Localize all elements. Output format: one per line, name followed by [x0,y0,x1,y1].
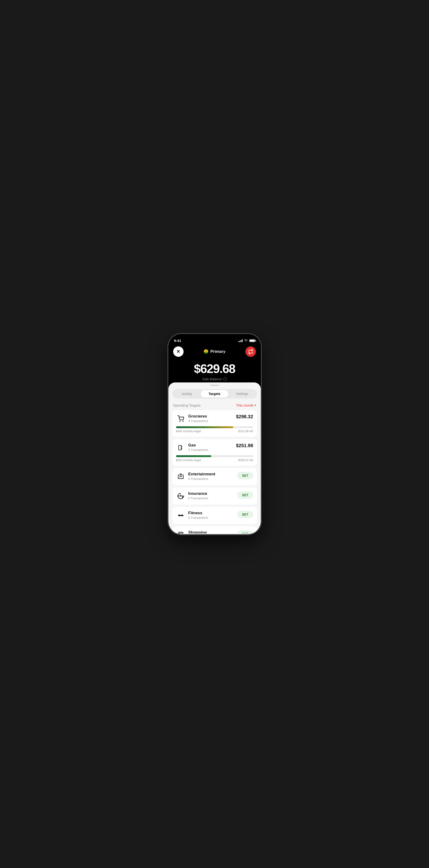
target-transactions-groceries: 4 Transactions [188,419,233,423]
tab-activity[interactable]: Activity [173,390,201,398]
section-header: Spending Targets This month ▾ [168,402,261,410]
target-name-gas: Gas [188,443,233,447]
monthly-target-gas: $550 monthly target [176,459,201,462]
set-button-fitness[interactable]: SET [237,511,253,518]
info-icon[interactable]: i [223,377,227,381]
progress-groceries: $400 monthly target $101.68 left [176,426,253,433]
bottom-sheet: Activity Targets Settings Spending Targe… [168,382,261,534]
svg-point-1 [183,421,183,421]
battery-icon [249,339,255,342]
header-top: ✕ 🤑 Primary [173,346,256,357]
period-selector[interactable]: This month ▾ [236,403,256,407]
tab-targets[interactable]: Targets [201,390,228,398]
progress-fill-groceries [176,426,234,428]
target-row: Grocieres 4 Transactions $298.32 [176,414,253,424]
target-item-fitness: Fitness 0 Transactions SET [172,507,257,524]
target-row: Insurance 0 Transactions SET [176,491,253,501]
targets-list: Grocieres 4 Transactions $298.32 $400 mo… [168,410,261,533]
target-row: Gas 3 Transactions $251.98 [176,443,253,453]
progress-fill-gas [176,455,211,457]
target-transactions-fitness: 0 Transactions [188,516,234,520]
target-row: Fitness 0 Transactions SET [176,511,253,520]
target-item-entertainment: Entertainment 0 Transactions SET [172,468,257,485]
set-button-entertainment[interactable]: SET [237,472,253,479]
svg-point-0 [179,421,180,421]
transfer-button[interactable] [245,346,256,357]
target-info-gas: Gas 3 Transactions [188,443,233,452]
section-title: Spending Targets [173,403,201,407]
account-name: Primary [210,349,225,354]
target-name-entertainment: Entertainment [188,472,234,476]
account-emoji: 🤑 [203,349,208,354]
target-transactions-insurance: 0 Transactions [188,496,234,500]
notch [199,334,230,342]
target-transactions-entertainment: 0 Transactions [188,477,234,480]
target-amount-gas: $251.98 [236,443,253,448]
target-item-gas: Gas 3 Transactions $251.98 $550 monthly … [172,439,257,466]
sheet-handle [210,385,219,386]
close-button[interactable]: ✕ [173,346,184,357]
target-info-fitness: Fitness 0 Transactions [188,511,234,520]
target-item-groceries: Grocieres 4 Transactions $298.32 $400 mo… [172,410,257,437]
set-button-shopping[interactable]: SET [237,530,253,533]
chevron-down-icon: ▾ [255,404,256,407]
target-info-groceries: Grocieres 4 Transactions [188,414,233,423]
target-amount-groceries: $298.32 [236,414,253,420]
target-name-insurance: Insurance [188,491,234,496]
target-row: Shopping 0 Transactions SET [176,530,253,533]
phone-frame: 9:41 ✕ [168,334,261,534]
safe-balance-label: Safe Balance i [173,377,256,381]
balance-amount: $629.68 [173,362,256,376]
target-name-fitness: Fitness [188,511,234,516]
set-button-insurance[interactable]: SET [237,491,253,499]
target-item-shopping: Shopping 0 Transactions SET [172,526,257,533]
fitness-icon [176,511,186,520]
tab-bar: Activity Targets Settings [172,389,257,399]
cart-icon [176,414,186,424]
status-time: 9:41 [174,339,181,343]
svg-rect-4 [179,515,182,516]
target-info-insurance: Insurance 0 Transactions [188,491,234,500]
target-info-entertainment: Entertainment 0 Transactions [188,472,234,480]
remaining-gas: $298.02 left [238,459,253,462]
app-content: ✕ 🤑 Primary $629.68 Safe Balance [168,334,261,534]
target-name-groceries: Grocieres [188,414,233,419]
target-transactions-gas: 3 Transactions [188,448,233,452]
remaining-groceries: $101.68 left [238,430,253,433]
status-icons [238,339,255,343]
shopping-icon [176,530,186,533]
target-item-insurance: Insurance 0 Transactions SET [172,488,257,504]
signal-icon [238,339,242,342]
period-label: This month [236,403,254,407]
account-title: 🤑 Primary [203,349,225,354]
tab-settings[interactable]: Settings [228,390,256,398]
target-name-shopping: Shopping [188,530,234,533]
gas-icon [176,443,186,453]
progress-gas: $550 monthly target $298.02 left [176,455,253,462]
monthly-target-groceries: $400 monthly target [176,430,201,433]
wifi-icon [244,339,248,343]
target-info-shopping: Shopping 0 Transactions [188,530,234,533]
entertainment-icon [176,472,186,481]
target-row: Entertainment 0 Transactions SET [176,472,253,481]
insurance-icon [176,491,186,501]
